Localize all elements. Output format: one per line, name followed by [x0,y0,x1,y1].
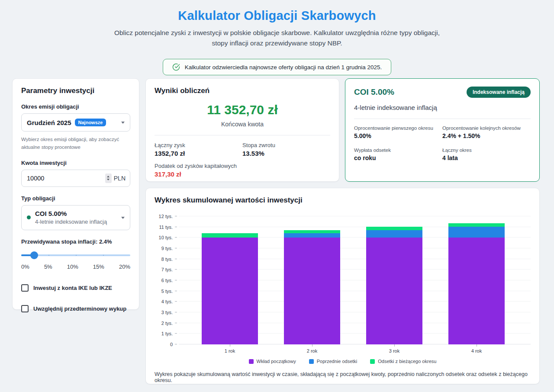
scale-15: 15% [93,263,104,270]
currency-suffix: PLN [114,175,126,182]
total-profit-stat: Łączny zysk 1352,70 zł [155,142,242,157]
legend-swatch-icon [249,359,254,364]
chart-x-axis: 1 rok2 rok3 rok4 rok [179,344,531,353]
tax-value: 317,30 zł [155,170,330,178]
parameters-card: Parametry inwestycji Okres emisji obliga… [12,78,139,310]
first-period-rate-label: Oprocentowanie pierwszego okresu [354,125,442,131]
bond-details-grid: Oprocentowanie pierwszego okresu 5.00% O… [354,125,531,161]
legend-label: Wkład początkowy [257,359,296,364]
bond-type-value: COI 5.00% [35,210,67,217]
y-axis-label: 8 tys. [155,257,173,262]
y-axis-tick [175,259,177,259]
stepper-up-icon [107,176,110,177]
info-banner: Kalkulator odzwierciedla najnowsze ofert… [163,59,392,75]
bar-segment [284,238,340,344]
bar-segment [202,238,258,344]
y-axis-label: 10 tys. [155,235,173,240]
x-axis-category: 4 rok [448,344,505,353]
bar-2-rok [284,230,340,344]
ike-ikze-checkbox-row[interactable]: Inwestuj z konta IKE lub IKZE [21,284,130,292]
y-axis-tick [175,216,177,216]
bond-type-label: Typ obligacji [21,195,130,202]
bond-title: COI 5.00% [354,87,394,97]
legend-swatch-icon [309,359,314,364]
scale-20: 20% [119,263,130,270]
y-axis-tick [175,333,177,334]
page-subtitle: Oblicz potencjalne zyski z inwestycji w … [113,28,441,48]
bar-3-rok [366,227,422,344]
checkbox-unchecked[interactable] [21,284,29,292]
chart-heading: Wykres skumulowanej wartości inwestycji [155,196,531,205]
y-axis-label: 4 tys. [155,299,173,304]
checkbox-unchecked[interactable] [21,305,29,312]
bond-type-select[interactable]: COI 5.00% 4-letnie indeksowane inflacją [21,205,130,230]
y-axis-label: 3 tys. [155,310,173,315]
number-stepper[interactable] [105,174,112,183]
emission-period-value: Grudzień 2025 [27,119,71,126]
total-period: Łączny okres 4 lata [442,148,531,161]
y-axis-tick [175,248,177,248]
y-axis-label: 11 tys. [155,225,173,230]
banner-wrap: Kalkulator odzwierciedla najnowsze ofert… [0,59,554,75]
main-layout: Parametry inwestycji Okres emisji obliga… [12,78,540,384]
next-periods-rate: Oprocentowanie kolejnych okresów 2.4% + … [442,125,531,139]
scale-5: 5% [44,263,52,270]
slider-thumb[interactable] [30,251,38,259]
y-axis-tick [175,301,177,302]
emission-period-select[interactable]: Grudzień 2025 Najnowsze [21,113,130,132]
chart-legend: Wkład początkowyPoprzednie odsetkiOdsetk… [155,359,531,364]
amount-field: PLN [21,170,130,187]
y-axis-tick [175,291,177,291]
legend-label: Poprzednie odsetki [317,359,358,364]
total-period-label: Łączny okres [442,148,531,153]
chevron-down-icon [121,217,125,219]
bar-1-rok [202,233,258,344]
emission-helper-text: Wybierz okres emisji obligacji, aby zoba… [21,135,130,151]
scale-0: 0% [21,263,29,270]
chart-plot: 01 tys.2 tys.3 tys.4 tys.5 tys.6 tys.7 t… [179,216,531,344]
x-axis-category: 3 rok [366,344,422,353]
bond-type-description: 4-letnie indeksowane inflacją [35,218,107,225]
interest-payout-value: co roku [354,154,442,161]
y-axis-label: 1 tys. [155,331,173,336]
bar-segment [366,238,422,344]
bond-head: COI 5.00% Indeksowane inflacją [354,87,531,98]
x-axis-category: 2 rok [284,344,340,353]
bar-segment [448,238,505,344]
bar-segment [284,233,340,238]
inflation-slider[interactable] [21,251,130,260]
y-axis-tick [175,280,177,280]
return-rate-label: Stopa zwrotu [242,142,330,148]
divider [354,119,531,119]
return-rate-value: 13.53% [242,150,330,157]
chart-card: Wykres skumulowanej wartości inwestycji … [145,188,540,384]
top-row: Wyniki obliczeń 11 352,70 zł Końcowa kwo… [145,78,540,182]
ike-ikze-label: Inwestuj z konta IKE lub IKZE [33,285,112,291]
y-axis-label: 12 tys. [155,214,173,219]
early-redemption-checkbox-row[interactable]: Uwzględnij przedterminowy wykup [21,305,130,312]
interest-payout: Wypłata odsetek co roku [354,148,442,161]
total-profit-label: Łączny zysk [155,142,242,148]
right-column: Wyniki obliczeń 11 352,70 zł Końcowa kwo… [145,78,540,384]
x-axis-tick [230,344,230,347]
bond-subtitle: 4-letnie indeksowane inflacją [354,104,531,111]
amount-input[interactable] [27,175,105,182]
parameters-heading: Parametry inwestycji [21,87,130,95]
legend-item: Wkład początkowy [249,359,296,364]
x-axis-label: 1 rok [225,348,235,353]
final-amount: 11 352,70 zł [155,103,330,117]
bar-segment [366,227,422,230]
next-periods-rate-label: Oprocentowanie kolejnych okresów [442,125,531,131]
bar-segment [202,233,258,238]
y-axis-label: 6 tys. [155,278,173,283]
x-axis-tick [477,344,477,347]
x-axis-label: 4 rok [471,348,482,353]
x-axis-label: 3 rok [389,348,399,353]
results-heading: Wyniki obliczeń [155,87,330,95]
emission-period-label: Okres emisji obligacji [21,103,130,110]
check-circle-icon [172,63,180,71]
early-redemption-label: Uwzględnij przedterminowy wykup [33,305,126,312]
scale-10: 10% [67,263,78,270]
first-period-rate: Oprocentowanie pierwszego okresu 5.00% [354,125,442,139]
y-axis-label: 5 tys. [155,289,173,294]
